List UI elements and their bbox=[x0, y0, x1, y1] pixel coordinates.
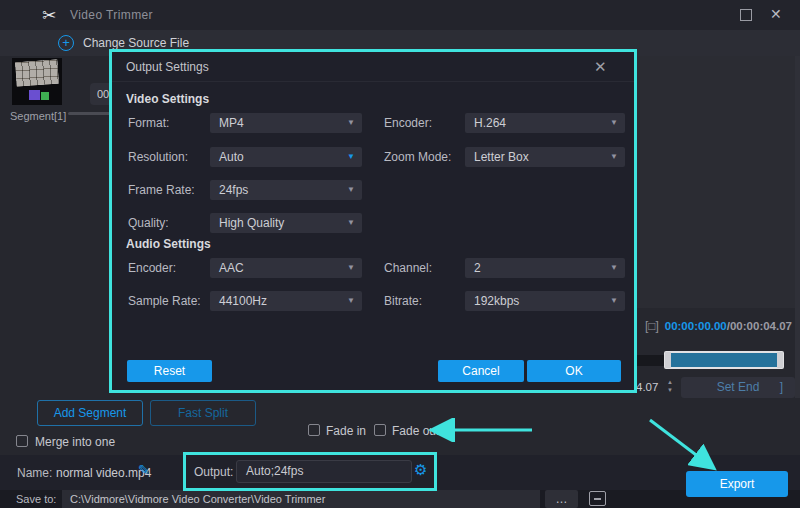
end-time-stepper[interactable]: ▲ ▼ bbox=[665, 378, 675, 396]
name-label: Name: bbox=[17, 466, 52, 480]
output-profile-field[interactable]: Auto;24fps bbox=[236, 460, 412, 483]
save-path-field[interactable]: C:\Vidmore\Vidmore Video Converter\Video… bbox=[62, 490, 540, 508]
cancel-button[interactable]: Cancel bbox=[438, 360, 524, 382]
channel-label: Channel: bbox=[384, 258, 432, 278]
browse-more-button[interactable]: … bbox=[545, 490, 578, 508]
zoom-mode-label: Zoom Mode: bbox=[384, 147, 451, 167]
audio-encoder-dropdown[interactable]: AAC▼ bbox=[210, 258, 362, 278]
reset-button[interactable]: Reset bbox=[127, 360, 212, 382]
chevron-down-icon: ▼ bbox=[610, 147, 618, 167]
set-end-button[interactable]: Set End ] bbox=[681, 377, 795, 398]
open-folder-icon[interactable] bbox=[589, 491, 606, 506]
time-readout: 00:00:00.00/00:00:04.07 bbox=[634, 320, 792, 332]
format-label: Format: bbox=[128, 113, 169, 133]
quality-dropdown[interactable]: High Quality▼ bbox=[210, 213, 362, 233]
chevron-down-icon: ▼ bbox=[347, 180, 355, 200]
add-segment-button[interactable]: Add Segment bbox=[37, 400, 143, 426]
encoder-label: Encoder: bbox=[384, 113, 432, 133]
save-to-label: Save to: bbox=[16, 493, 56, 505]
zoom-mode-dropdown[interactable]: Letter Box▼ bbox=[465, 147, 625, 167]
frame-rate-label: Frame Rate: bbox=[128, 180, 195, 200]
chevron-down-icon: ▼ bbox=[610, 258, 618, 278]
window-title: Video Trimmer bbox=[70, 8, 153, 22]
resolution-label: Resolution: bbox=[128, 147, 188, 167]
output-highlight-box: Output: Auto;24fps ⚙ bbox=[183, 452, 437, 491]
set-end-bracket-icon: ] bbox=[780, 377, 783, 398]
maximize-button[interactable] bbox=[740, 9, 752, 21]
dialog-title: Output Settings bbox=[126, 60, 209, 74]
merge-into-one-label: Merge into one bbox=[35, 435, 115, 449]
video-settings-heading: Video Settings bbox=[126, 92, 209, 106]
fade-in-label: Fade in bbox=[326, 424, 366, 438]
rename-pencil-icon[interactable]: ✎ bbox=[138, 462, 150, 478]
chevron-down-icon: ▼ bbox=[347, 258, 355, 278]
audio-settings-heading: Audio Settings bbox=[126, 237, 211, 251]
panel-edge bbox=[795, 56, 800, 398]
dialog-close-icon[interactable]: ✕ bbox=[594, 58, 607, 76]
output-label: Output: bbox=[194, 465, 233, 479]
chevron-down-icon: ▼ bbox=[347, 213, 355, 233]
stepper-down-icon[interactable]: ▼ bbox=[667, 387, 673, 393]
audio-encoder-label: Encoder: bbox=[128, 258, 176, 278]
trim-end-handle[interactable] bbox=[777, 352, 783, 368]
thumbnail-image bbox=[15, 60, 59, 87]
trim-start-handle[interactable] bbox=[665, 352, 671, 368]
ok-button[interactable]: OK bbox=[527, 360, 621, 382]
chevron-down-icon: ▼ bbox=[347, 113, 355, 133]
quality-label: Quality: bbox=[128, 213, 169, 233]
trim-range-slider[interactable] bbox=[664, 351, 784, 369]
format-dropdown[interactable]: MP4▼ bbox=[210, 113, 362, 133]
output-settings-dialog: Output Settings ✕ Video Settings Format:… bbox=[109, 49, 637, 393]
fade-out-checkbox[interactable] bbox=[374, 424, 386, 436]
close-button[interactable]: ✕ bbox=[770, 6, 782, 22]
total-time: /00:00:04.07 bbox=[727, 320, 792, 332]
frame-rate-dropdown[interactable]: 24fps▼ bbox=[210, 180, 362, 200]
sample-rate-label: Sample Rate: bbox=[128, 291, 201, 311]
fade-out-label: Fade out bbox=[392, 424, 439, 438]
resolution-dropdown[interactable]: Auto▼ bbox=[210, 147, 362, 167]
encoder-dropdown[interactable]: H.264▼ bbox=[465, 113, 625, 133]
chevron-down-icon: ▼ bbox=[610, 113, 618, 133]
merge-into-one-checkbox[interactable] bbox=[16, 435, 28, 447]
fade-in-checkbox[interactable] bbox=[308, 424, 320, 436]
scissors-icon: ✂ bbox=[42, 5, 56, 26]
chevron-down-icon: ▼ bbox=[347, 147, 355, 167]
export-button[interactable]: Export bbox=[686, 471, 788, 497]
title-bar: ✂ Video Trimmer ✕ bbox=[0, 0, 800, 30]
segment-label: Segment[1] bbox=[10, 110, 66, 122]
bitrate-label: Bitrate: bbox=[384, 291, 422, 311]
bitrate-dropdown[interactable]: 192kbps▼ bbox=[465, 291, 625, 311]
current-time: 00:00:00.00 bbox=[665, 320, 727, 332]
change-source-file-button[interactable]: Change Source File bbox=[83, 36, 189, 50]
segment-progress-line bbox=[68, 112, 110, 115]
video-trimmer-window: ✂ Video Trimmer ✕ + Change Source File 0… bbox=[0, 0, 800, 508]
chevron-down-icon: ▼ bbox=[610, 291, 618, 311]
dialog-header: Output Settings ✕ bbox=[112, 52, 634, 82]
gear-icon[interactable]: ⚙ bbox=[414, 461, 427, 479]
channel-dropdown[interactable]: 2▼ bbox=[465, 258, 625, 278]
sample-rate-dropdown[interactable]: 44100Hz▼ bbox=[210, 291, 362, 311]
fast-split-button[interactable]: Fast Split bbox=[150, 400, 256, 426]
end-time-value: 4.07 bbox=[636, 381, 658, 393]
stepper-up-icon[interactable]: ▲ bbox=[667, 379, 673, 385]
chevron-down-icon: ▼ bbox=[347, 291, 355, 311]
plus-icon: + bbox=[58, 35, 74, 51]
segment-thumbnail[interactable] bbox=[12, 58, 62, 105]
